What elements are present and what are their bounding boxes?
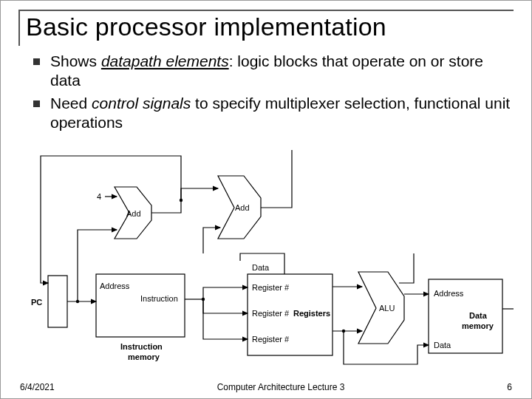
adder-left-label: Add: [126, 209, 141, 218]
title-frame: Basic processor implementation: [18, 10, 514, 46]
pc-label: PC: [31, 298, 42, 307]
footer-page: 6: [507, 382, 512, 392]
bullet-emph-underline: datapath elements: [101, 52, 229, 69]
footer-center: Computer Architecture Lecture 3: [55, 382, 508, 392]
wire-alu-flag: [399, 253, 414, 283]
bullet-emph: control signals: [92, 95, 191, 112]
reg-hash-1: Register #: [252, 283, 290, 292]
adder-right-label: Add: [235, 203, 250, 212]
reg-hash-3: Register #: [252, 335, 290, 344]
datapath-diagram: PC Address Instruction Instruction memor…: [26, 143, 514, 368]
bullet-list: Shows datapath elements: logic blocks th…: [33, 52, 514, 132]
im-instruction-label: Instruction: [140, 294, 178, 303]
bullet-pre: Need: [50, 95, 92, 112]
alu-label: ALU: [379, 304, 395, 313]
wire-add2-out: [261, 150, 292, 208]
bullet-pre: Shows: [50, 52, 101, 69]
wire-instr-r1: [203, 287, 248, 299]
wire-instr-r2: [203, 299, 248, 313]
im-name-1: Instruction: [120, 342, 163, 351]
pc-block: [48, 276, 67, 327]
im-name-2: memory: [128, 352, 160, 361]
footer-date: 6/4/2021: [20, 382, 55, 392]
node-add-split: [180, 199, 183, 202]
datapath-svg: PC Address Instruction Instruction memor…: [26, 143, 514, 368]
wire-instr-r3: [203, 299, 248, 339]
bullet-text: Need control signals to specify multiple…: [50, 94, 514, 133]
dm-data-label: Data: [434, 341, 451, 349]
slide: Basic processor implementation Shows dat…: [0, 0, 532, 399]
dm-name-1: Data: [469, 311, 488, 320]
slide-title: Basic processor implementation: [26, 13, 514, 41]
wire-add-to-add: [151, 188, 218, 213]
const-4-label: 4: [97, 192, 101, 201]
dm-address-label: Address: [434, 289, 464, 298]
footer: 6/4/2021 Computer Architecture Lecture 3…: [1, 382, 531, 392]
wire-offset-to-add: [203, 228, 220, 253]
bullet-text: Shows datapath elements: logic blocks th…: [50, 52, 514, 91]
wire-feedback-to-pc: [41, 156, 181, 283]
node-instr-split: [202, 298, 205, 301]
bullet-square-icon: [33, 58, 40, 65]
bullet-item: Shows datapath elements: logic blocks th…: [33, 52, 514, 91]
wire-reg-to-dm-data: [344, 331, 429, 364]
wire-pc-to-add: [78, 230, 117, 301]
registers-label: Registers: [293, 309, 330, 318]
node-regb-split: [342, 330, 345, 332]
bullet-square-icon: [33, 100, 40, 107]
data-label: Data: [252, 263, 270, 272]
dm-name-2: memory: [462, 321, 494, 330]
reg-hash-2: Register #: [252, 309, 290, 318]
bullet-item: Need control signals to specify multiple…: [33, 94, 514, 133]
im-address-label: Address: [100, 282, 130, 290]
